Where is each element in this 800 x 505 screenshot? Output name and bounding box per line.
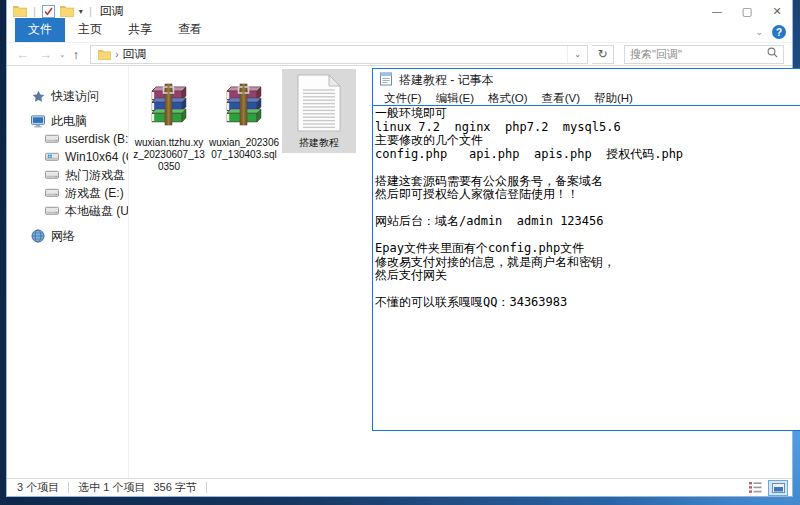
sidebar-item[interactable]: 快速访问 [7,87,128,105]
network-icon [31,229,45,243]
back-button[interactable]: ← [13,48,32,61]
qat-dropdown-icon[interactable]: ▾ [79,7,83,16]
star-icon [31,89,45,103]
refresh-icon[interactable]: ↻ [592,45,614,64]
forward-button[interactable]: → [36,48,55,61]
folder-icon [13,4,27,18]
rar-archive-icon [144,72,194,134]
notepad-menu-格式[interactable]: 格式(O) [481,91,535,106]
sidebar-item-label: 游戏盘 (E:) [65,185,124,202]
text-document-icon [296,72,342,134]
selection-count: 选中 1 个项目 [78,480,145,495]
notepad-window: 搭建教程 - 记事本 文件(F)编辑(E)格式(O)查看(V)帮助(H) 一般环… [372,68,800,431]
address-dropdown-icon[interactable]: ⌄ [567,46,587,63]
items-count: 3 个项目 [17,480,59,495]
thumbnail-view-icon[interactable] [768,480,788,496]
search-icon[interactable] [767,47,778,61]
quick-access-toolbar: | ▾ | [13,4,94,18]
sidebar-item[interactable]: 此电脑 [7,112,128,130]
file-name: wuxian_20230607_130403.sql [208,137,280,161]
search-input[interactable]: 搜索"回调" [630,47,763,62]
ribbon-tab-主页[interactable]: 主页 [65,18,115,42]
navigation-pane: 快速访问此电脑userdisk (B:)Win10x64 (C:)热门游戏盘 (… [7,66,129,478]
notepad-icon [379,72,393,89]
sidebar-item[interactable]: 本地磁盘 (U:) [7,202,128,220]
titlebar-separator: | [89,5,92,17]
status-divider [206,482,207,493]
drive-windows-icon [45,150,59,164]
properties-check-icon[interactable] [42,4,56,18]
sidebar-item[interactable]: 网络 [7,227,128,245]
breadcrumb-separator: › [115,49,118,60]
file-name: wuxian.ttzhu.xyz_20230607_130350 [133,137,205,173]
notepad-menubar: 文件(F)编辑(E)格式(O)查看(V)帮助(H) [373,91,800,106]
drive-icon [45,168,59,182]
sidebar-item-label: 热门游戏盘 (D:) [65,167,129,184]
help-icon[interactable]: ? [772,25,786,39]
notepad-text-area[interactable]: 一般环境即可 linux 7.2 nginx php7.2 mysql5.6 主… [373,106,800,430]
up-button[interactable]: ↑ [70,48,83,61]
minimize-button[interactable]: — [702,0,732,22]
selection-size: 356 字节 [153,480,196,495]
titlebar-separator: | [33,5,36,17]
search-box[interactable]: 搜索"回调" [624,45,784,64]
notepad-menu-帮助[interactable]: 帮助(H) [587,91,640,106]
ribbon-tab-查看[interactable]: 查看 [165,18,215,42]
navigation-bar: ← → ⌄ ↑ › 回调 ⌄ ↻ 搜索"回调" [7,43,792,66]
sidebar-item-label: 快速访问 [51,88,99,105]
address-bar[interactable]: › 回调 ⌄ [90,45,588,64]
folder-icon [97,47,111,61]
new-folder-icon[interactable] [60,4,74,18]
recent-locations-icon[interactable]: ⌄ [59,50,66,59]
ribbon-tab-strip: 文件主页共享查看 ⌄ ? [7,22,792,43]
window-controls: — ▢ ✕ [702,0,792,22]
notepad-menu-查看[interactable]: 查看(V) [535,91,587,106]
sidebar-item-label: 此电脑 [51,113,87,130]
computer-icon [31,114,45,128]
desktop: | ▾ | 回调 — ▢ ✕ 文件主页共享查看 ⌄ ? [0,0,800,505]
drive-icon [45,186,59,200]
drive-icon [45,132,59,146]
sidebar-item[interactable]: 游戏盘 (E:) [7,184,128,202]
ribbon-collapse-icon[interactable]: ⌄ [755,27,763,37]
maximize-button[interactable]: ▢ [732,0,762,22]
close-button[interactable]: ✕ [762,0,792,22]
status-bar: 3 个项目 选中 1 个项目 356 字节 [7,478,792,496]
breadcrumb[interactable]: 回调 [123,46,147,63]
sidebar-item[interactable]: 热门游戏盘 (D:) [7,166,128,184]
sidebar-item-label: 网络 [51,228,75,245]
file-name: 搭建教程 [283,137,355,149]
ribbon-tab-文件[interactable]: 文件 [15,18,65,42]
window-title: 回调 [100,3,124,20]
sidebar-item[interactable]: userdisk (B:) [7,130,128,148]
status-divider [68,482,69,493]
details-view-icon[interactable] [745,480,765,496]
file-tile[interactable]: wuxian_20230607_130403.sql [207,69,281,165]
sidebar-item[interactable]: Win10x64 (C:) [7,148,128,166]
file-tile[interactable]: 搭建教程 [282,69,356,153]
rar-archive-icon [219,72,269,134]
file-tile[interactable]: wuxian.ttzhu.xyz_20230607_130350 [132,69,206,177]
notepad-menu-文件[interactable]: 文件(F) [377,91,429,106]
notepad-titlebar: 搭建教程 - 记事本 [373,69,800,91]
sidebar-item-label: 本地磁盘 (U:) [65,203,129,220]
notepad-menu-编辑[interactable]: 编辑(E) [429,91,481,106]
notepad-title: 搭建教程 - 记事本 [399,72,494,89]
sidebar-item-label: userdisk (B:) [65,132,129,146]
ribbon-tab-共享[interactable]: 共享 [115,18,165,42]
drive-icon [45,204,59,218]
sidebar-item-label: Win10x64 (C:) [65,150,129,164]
